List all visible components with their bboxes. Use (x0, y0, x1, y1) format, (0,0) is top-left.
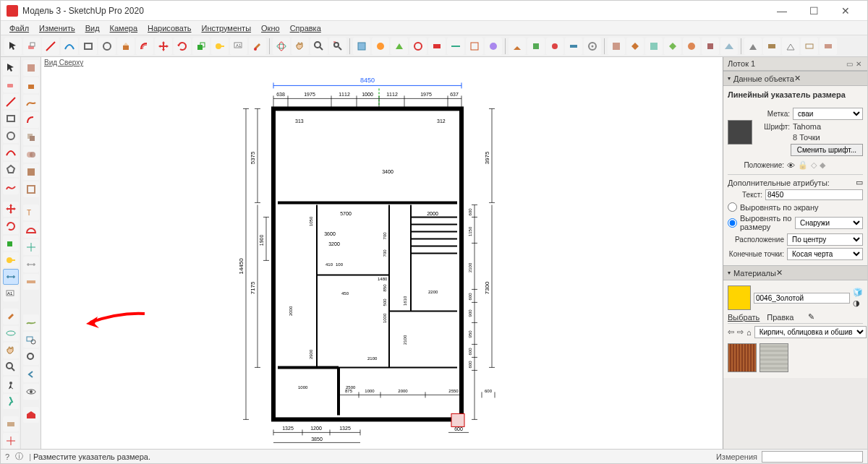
look-around-icon[interactable] (23, 384, 39, 400)
zoom-window-icon[interactable] (23, 332, 39, 348)
toolbar-icon[interactable] (409, 38, 427, 55)
previous-view-icon[interactable] (23, 366, 39, 382)
paint-tool-icon[interactable] (3, 309, 19, 324)
toolbar-icon[interactable] (702, 38, 719, 55)
solid-tool-icon[interactable] (23, 164, 39, 180)
axes-tool-icon[interactable] (3, 433, 19, 448)
walk-tool-icon[interactable] (3, 394, 19, 409)
material-thumbnail[interactable] (760, 343, 788, 372)
zoom-extents-icon[interactable] (23, 349, 39, 365)
dimension-tool-icon[interactable] (23, 257, 39, 272)
3dtext-tool-icon[interactable]: T (23, 205, 39, 220)
polygon-tool-icon[interactable] (3, 162, 19, 177)
select-tool-icon[interactable] (4, 38, 22, 55)
tray-pin-icon[interactable]: ▭ (845, 60, 854, 68)
zoom-tool-icon[interactable] (310, 38, 328, 55)
toolbar-icon[interactable] (509, 38, 526, 55)
rect-tool-icon[interactable] (80, 38, 97, 55)
toolbar-icon[interactable] (782, 38, 799, 55)
shadow-icon[interactable]: ◆ (820, 160, 825, 170)
change-font-button[interactable]: Сменить шрифт... (791, 144, 863, 156)
tray-title[interactable]: Лоток 1 ▭ ✕ (723, 57, 867, 71)
toolbar-icon[interactable] (664, 38, 681, 55)
tab-edit[interactable]: Правка (767, 313, 793, 322)
toolbar-icon[interactable] (626, 38, 644, 55)
toolbar-icon[interactable] (447, 38, 464, 55)
menu-draw[interactable]: Нарисовать (143, 22, 195, 34)
offset-tool-icon[interactable] (23, 112, 39, 128)
forward-icon[interactable]: ⇨ (737, 327, 744, 337)
component-tool-icon[interactable] (23, 60, 39, 76)
orbit-tool-icon[interactable] (273, 38, 290, 55)
toolbar-icon[interactable] (546, 38, 563, 55)
tab-select[interactable]: Выбрать (728, 313, 760, 322)
toolbar-icon[interactable] (428, 38, 446, 55)
toolbar-icon[interactable] (584, 38, 601, 55)
entity-info-header[interactable]: ▾Данные объекта ✕ (723, 71, 867, 86)
arc-tool-icon[interactable] (61, 38, 78, 55)
section-tool-icon[interactable] (3, 416, 19, 431)
rect-tool-icon[interactable] (3, 111, 19, 126)
align-dim-radio[interactable] (728, 218, 737, 228)
menu-file[interactable]: Файл (5, 22, 33, 34)
toolbar-icon[interactable] (763, 38, 780, 55)
panel-close-icon[interactable]: ✕ (794, 74, 801, 83)
material-thumbnail[interactable] (728, 343, 757, 372)
outer-shell-icon[interactable] (23, 129, 39, 145)
zoom-tool-icon[interactable] (3, 360, 19, 375)
toolbar-icon[interactable] (744, 38, 762, 55)
label-select[interactable]: сваи (793, 108, 863, 120)
eraser-tool-icon[interactable] (23, 38, 41, 55)
axes-tool-icon[interactable] (23, 239, 39, 255)
menu-window[interactable]: Окно (257, 22, 284, 34)
pushpull-tool-icon[interactable] (23, 77, 39, 93)
line-tool-icon[interactable] (42, 38, 59, 55)
menu-edit[interactable]: Изменить (35, 22, 80, 34)
viewport[interactable]: Вид Сверху 8450 638 1975 1112 (41, 57, 723, 449)
endpoints-select[interactable]: Косая черта (787, 248, 863, 260)
tape-tool-icon[interactable] (211, 38, 229, 55)
material-category-select[interactable]: Кирпич, облицовка и обшив (754, 326, 867, 338)
lock-icon[interactable]: 🔒 (798, 160, 808, 170)
scale-tool-icon[interactable] (192, 38, 210, 55)
rotate-tool-icon[interactable] (3, 218, 19, 233)
maximize-button[interactable]: ☐ (798, 1, 830, 21)
toolbar-icon[interactable] (372, 38, 389, 55)
panel-close-icon[interactable]: ✕ (776, 268, 783, 278)
menu-help[interactable]: Справка (286, 22, 326, 34)
orbit-tool-icon[interactable] (3, 326, 19, 341)
text-tool-icon[interactable]: A1 (230, 38, 247, 55)
measurements-input[interactable] (762, 451, 863, 463)
offset-tool-icon[interactable] (136, 38, 153, 55)
select-tool-icon[interactable] (3, 60, 19, 75)
toolbar-icon[interactable] (565, 38, 582, 55)
move-tool-icon[interactable] (155, 38, 172, 55)
toolbar-icon[interactable] (645, 38, 663, 55)
circle-tool-icon[interactable] (98, 38, 116, 55)
materials-header[interactable]: ▾Материалы ✕ (723, 265, 867, 280)
line-tool-icon[interactable] (3, 94, 19, 109)
arc-tool-icon[interactable] (3, 145, 19, 160)
eye-icon[interactable]: 👁 (787, 161, 795, 170)
freehand-icon[interactable] (3, 179, 19, 194)
text-label-tool-icon[interactable]: A1 (3, 286, 19, 301)
menu-camera[interactable]: Камера (106, 22, 142, 34)
zoom-extents-icon[interactable] (329, 38, 346, 55)
followme-tool-icon[interactable] (23, 95, 39, 111)
material-name-input[interactable] (754, 293, 850, 304)
tape-tool-icon[interactable] (3, 252, 19, 267)
expand-icon[interactable]: ▭ (856, 178, 863, 187)
circle-tool-icon[interactable] (3, 128, 19, 143)
scale-tool-icon[interactable] (3, 236, 19, 251)
material-swatch[interactable] (728, 285, 751, 310)
warehouse-icon[interactable] (23, 407, 39, 423)
minimize-button[interactable]: — (766, 1, 798, 21)
home-icon[interactable]: ⌂ (746, 328, 752, 337)
back-icon[interactable]: ⇦ (728, 327, 734, 337)
solid-tool-icon[interactable] (23, 181, 39, 197)
close-button[interactable]: ✕ (830, 1, 861, 21)
position-camera-icon[interactable] (3, 377, 19, 392)
toolbar-icon[interactable] (608, 38, 625, 55)
toolbar-icon[interactable] (485, 38, 502, 55)
default-material-icon[interactable]: ◑ (853, 298, 863, 308)
